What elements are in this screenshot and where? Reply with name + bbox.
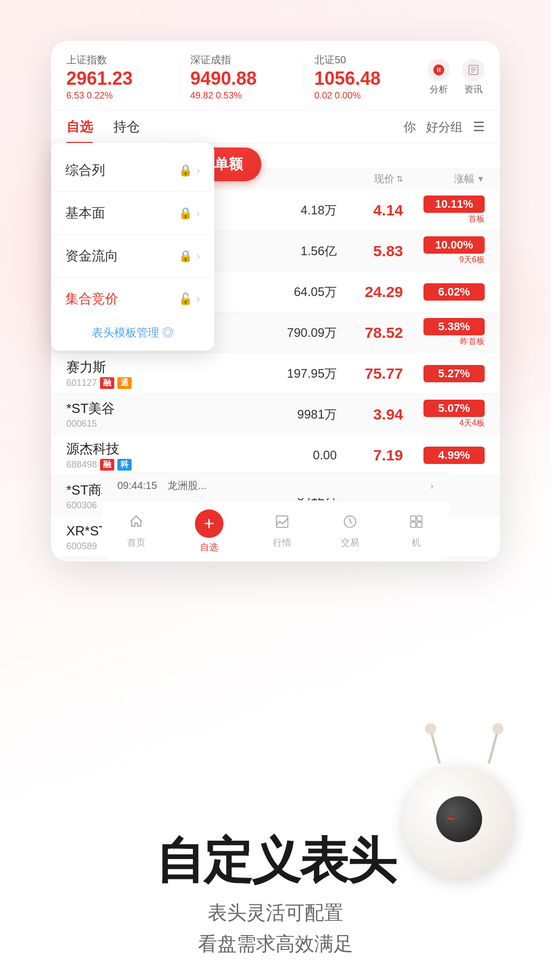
hamburger-icon[interactable]: ☰ (473, 119, 485, 135)
lock-icon-3: 🔒 (179, 250, 192, 263)
shanghai-label: 上证指数 (66, 53, 169, 67)
sub-line-1: 表头灵活可配置 (208, 902, 343, 923)
index-header: 上证指数 2961.23 6.53 0.22% 深证成指 9490.88 49.… (51, 41, 500, 111)
nav-market-label: 行情 (273, 536, 291, 549)
col-change-header[interactable]: 涨幅 ▼ (403, 172, 485, 186)
analysis-label: 分析 (430, 83, 448, 95)
col-price-header[interactable]: 现价 ⇅ (337, 172, 403, 186)
badge-tong: 通 (117, 377, 132, 389)
badge-ke: 科 (117, 459, 132, 471)
mascot-eye (436, 796, 482, 842)
stock-change: 10.00% 9天6板 (403, 236, 485, 265)
stock-price: 4.14 (337, 202, 403, 219)
badge-rong2: 融 (100, 459, 114, 471)
dropdown-menu: 综合列 🔒 › 基本面 🔒 › 资金流向 🔒 › 集合竞价 🔓 › 表头模板管理… (51, 143, 214, 351)
stock-code: 000615 (66, 419, 245, 429)
table-row[interactable]: *ST美谷 000615 9981万 3.94 5.07% 4天4板 (51, 394, 500, 435)
lock-icon: 🔒 (179, 164, 192, 177)
tab-row: 自选 持仓 你 好分组 ☰ (51, 111, 500, 143)
stock-code: 601127 融 通 (66, 377, 245, 389)
news-button[interactable]: 资讯 (462, 59, 485, 95)
more-icon (409, 514, 424, 533)
status-text: 龙洲股... (167, 479, 420, 493)
svg-rect-4 (277, 516, 288, 527)
index-beijing[interactable]: 北证50 1056.48 0.02 0.00% (314, 53, 417, 101)
stock-amount: 197.95万 (245, 365, 337, 382)
chevron-right-icon-4: › (196, 292, 200, 306)
stock-name: *ST美谷 (66, 400, 245, 418)
mascot-body (403, 766, 515, 878)
stock-amount: 4.18万 (245, 202, 337, 218)
stock-name-col: 赛力斯 601127 融 通 (66, 358, 245, 389)
stock-change: 6.02% (403, 283, 485, 301)
index-shanghai[interactable]: 上证指数 2961.23 6.53 0.22% (66, 53, 169, 101)
menu-footer[interactable]: 表头模板管理 ◎ (51, 318, 214, 342)
change-sort-icon[interactable]: ▼ (477, 175, 485, 184)
status-arrow-icon[interactable]: › (430, 480, 434, 492)
news-label: 资讯 (464, 83, 483, 95)
status-time: 09:44:15 (117, 480, 157, 492)
stock-change: 4.99% (403, 447, 485, 464)
stock-amount: 1.56亿 (245, 243, 337, 259)
tab-watchlist[interactable]: 自选 (66, 111, 93, 143)
stock-name-col: 源杰科技 688498 融 科 (66, 440, 245, 471)
index-shenzhen[interactable]: 深证成指 9490.88 49.82 0.53% (190, 53, 293, 101)
stock-price: 75.77 (337, 365, 403, 382)
stock-code: 688498 融 科 (66, 459, 245, 471)
nav-watchlist[interactable]: + 自选 (195, 509, 223, 553)
lock-icon-2: 🔒 (179, 207, 192, 220)
shanghai-change: 6.53 0.22% (66, 90, 169, 101)
shenzhen-change: 49.82 0.53% (190, 90, 293, 101)
analysis-icon (428, 59, 450, 81)
nav-trade-label: 交易 (341, 536, 359, 549)
mascot (388, 745, 531, 888)
svg-rect-9 (417, 522, 422, 527)
chevron-right-icon: › (196, 164, 200, 177)
stock-price: 78.52 (337, 324, 403, 341)
menu-item-label: 基本面 (65, 204, 179, 222)
svg-rect-7 (417, 516, 422, 521)
menu-item-fundamental[interactable]: 基本面 🔒 › (51, 194, 214, 232)
news-icon (462, 59, 485, 81)
shenzhen-label: 深证成指 (190, 53, 293, 67)
table-row[interactable]: 赛力斯 601127 融 通 197.95万 75.77 5.27% (51, 353, 500, 394)
sub-line-2: 看盘需求高效满足 (198, 933, 353, 954)
table-row[interactable]: 源杰科技 688498 融 科 0.00 7.19 4.99% (51, 435, 500, 476)
trade-icon (342, 514, 358, 533)
menu-item-auction[interactable]: 集合竞价 🔓 › (51, 280, 214, 318)
shanghai-value: 2961.23 (66, 68, 169, 89)
tab-holdings[interactable]: 持仓 (113, 111, 140, 143)
chevron-right-icon-3: › (196, 250, 200, 263)
nav-more[interactable]: 机 (409, 514, 424, 549)
beijing-label: 北证50 (314, 53, 417, 67)
status-bar: 09:44:15 龙洲股... › (102, 473, 449, 498)
price-sort-icon[interactable]: ⇅ (396, 174, 403, 184)
menu-item-label-active: 集合竞价 (65, 290, 179, 308)
menu-item-capital-flow[interactable]: 资金流向 🔒 › (51, 237, 214, 275)
stock-name: 源杰科技 (66, 440, 245, 458)
tab-group: 好分组 (426, 119, 463, 135)
nav-trade[interactable]: 交易 (341, 514, 359, 549)
nav-home[interactable]: 首页 (127, 514, 145, 549)
analysis-button[interactable]: 分析 (428, 59, 450, 95)
stock-price: 3.94 (337, 406, 403, 423)
stock-change: 5.27% (403, 365, 485, 382)
menu-item-comprehensive[interactable]: 综合列 🔒 › (51, 151, 214, 189)
stock-price: 5.83 (337, 242, 403, 260)
add-icon[interactable]: + (195, 509, 223, 538)
stock-change: 5.38% 昨首板 (403, 318, 485, 347)
nav-home-label: 首页 (127, 536, 145, 549)
unlock-icon: 🔓 (179, 292, 192, 306)
stock-amount: 9981万 (245, 406, 337, 423)
stock-amount: 790.09万 (245, 325, 337, 341)
badge-rong: 融 (100, 377, 114, 389)
nav-market[interactable]: 行情 (273, 514, 291, 549)
stock-name: 赛力斯 (66, 358, 245, 376)
stock-price: 7.19 (337, 447, 403, 464)
sub-text: 表头灵活可配置 看盘需求高效满足 (0, 897, 551, 960)
beijing-change: 0.02 0.00% (314, 90, 417, 101)
template-manage-link[interactable]: 表头模板管理 ◎ (92, 326, 173, 339)
stock-amount: 0.00 (245, 448, 337, 462)
stock-amount: 64.05万 (245, 284, 337, 300)
nav-watchlist-label: 自选 (200, 541, 218, 553)
